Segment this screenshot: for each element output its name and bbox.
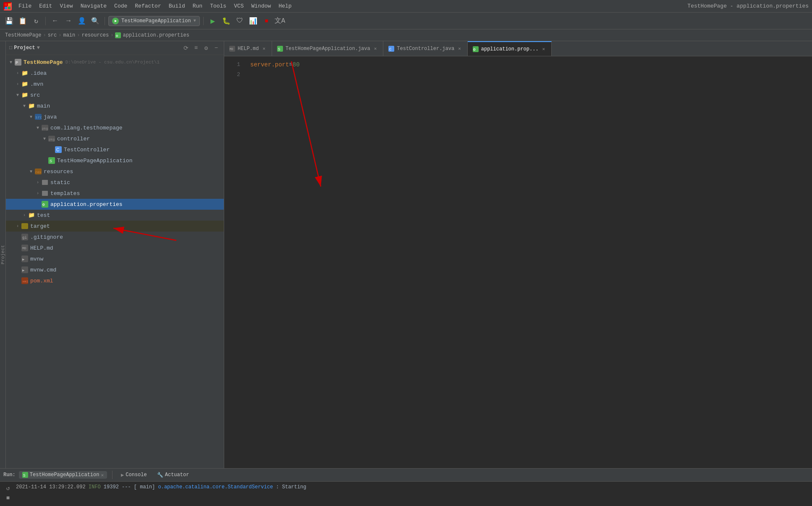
sidebar-settings-button[interactable]: ⚙ <box>202 44 210 52</box>
tree-arrow-resources[interactable]: ▼ <box>28 168 34 175</box>
breadcrumb-main[interactable]: main <box>63 32 75 38</box>
profile-button[interactable]: 📊 <box>247 15 259 27</box>
run-tab-testhomepageapp[interactable]: S TestHomePageApplication ✕ <box>19 471 107 479</box>
tree-item-gitignore[interactable]: › gi .gitignore <box>6 232 224 242</box>
tree-arrow-idea[interactable]: › <box>14 70 21 76</box>
tree-arrow-mvn[interactable]: › <box>14 81 21 87</box>
sync-button[interactable]: ⟳ <box>182 44 190 52</box>
svg-text:S: S <box>278 47 280 52</box>
tab-close-testhomepageapp[interactable]: ✕ <box>373 45 378 52</box>
tab-label-helpmd: HELP.md <box>238 46 259 52</box>
save-button[interactable]: 💾 <box>3 15 15 27</box>
menu-file[interactable]: File <box>15 2 35 10</box>
copy-button[interactable]: 📋 <box>17 15 29 27</box>
tree-arrow-test[interactable]: › <box>21 212 28 219</box>
breadcrumb-resources[interactable]: resources <box>81 32 109 38</box>
tree-item-pomxml[interactable]: › xml pom.xml <box>6 275 224 286</box>
console-stop-btn[interactable]: ■ <box>3 493 13 503</box>
folder-icon-templates <box>41 190 49 197</box>
tree-arrow-static[interactable]: › <box>34 179 41 186</box>
debug-button[interactable]: 🐛 <box>220 15 232 27</box>
coverage-button[interactable]: 🛡 <box>234 15 246 27</box>
tree-item-application-properties[interactable]: › ⚙ application.properties <box>6 199 224 210</box>
sidebar-minimize-button[interactable]: − <box>212 44 220 52</box>
forward-button[interactable]: → <box>63 15 74 27</box>
run-subtab-actuator[interactable]: 🔧 Actuator <box>154 471 193 479</box>
console-pid: 19392 --- [ <box>104 484 137 490</box>
tree-item-testhomepage[interactable]: ▼ P TestHomePage D:\OneDrive - csu.edu.c… <box>6 57 224 68</box>
tree-item-static[interactable]: › static <box>6 177 224 188</box>
tab-close-appprops[interactable]: ✕ <box>541 46 547 52</box>
breadcrumb-file[interactable]: application.properties <box>123 32 189 38</box>
tree-item-mvnw[interactable]: › ▶ mvnw <box>6 253 224 264</box>
tree-item-test[interactable]: › 📁 test <box>6 210 224 221</box>
tab-label-testhomepageapp: TestHomePageApplication.java <box>286 46 370 52</box>
tree-arrow-testhomepage[interactable]: ▼ <box>8 59 14 66</box>
tree-item-resources[interactable]: ▼ res resources <box>6 166 224 177</box>
tree-item-java[interactable]: ▼ src java <box>6 111 224 122</box>
tree-item-mvnwcmd[interactable]: › ▶ mvnw.cmd <box>6 264 224 275</box>
menu-view[interactable]: View <box>56 2 76 10</box>
tree-item-templates[interactable]: › templates <box>6 188 224 199</box>
tree-arrow-controller[interactable]: ▼ <box>41 135 48 142</box>
tab-testcontroller[interactable]: C TestController.java ✕ <box>383 41 467 56</box>
sidebar-dropdown-icon[interactable]: ▼ <box>37 45 40 51</box>
code-editor[interactable]: 1 2 server.port=80 <box>224 56 812 468</box>
svg-text:C: C <box>56 148 59 152</box>
menu-help[interactable]: Help <box>275 2 295 10</box>
tree-item-mvn[interactable]: › 📁 .mvn <box>6 79 224 90</box>
menu-edit[interactable]: Edit <box>36 2 55 10</box>
stop-button[interactable]: ■ <box>261 15 272 27</box>
run-subtab-console[interactable]: ▶ Console <box>118 471 150 479</box>
tab-testhomepageapp[interactable]: S TestHomePageApplication.java ✕ <box>272 41 383 56</box>
gitignore-icon: gi <box>21 233 29 241</box>
tree-label-src: src <box>30 92 40 98</box>
tree-arrow-src[interactable]: ▼ <box>14 92 21 98</box>
tree-arrow-java[interactable]: ▼ <box>28 113 34 120</box>
menu-navigate[interactable]: Navigate <box>77 2 110 10</box>
svg-text:⚙: ⚙ <box>115 34 118 38</box>
svg-rect-1 <box>8 3 10 6</box>
menu-run[interactable]: Run <box>189 2 206 10</box>
tab-close-testcontroller[interactable]: ✕ <box>457 45 462 52</box>
menu-vcs[interactable]: VCS <box>231 2 247 10</box>
search-button[interactable]: 🔍 <box>89 15 101 27</box>
tree-arrow-templates[interactable]: › <box>34 190 41 197</box>
code-equals-1: = <box>289 60 292 70</box>
run-button[interactable]: ▶ <box>207 15 219 27</box>
tree-item-main[interactable]: ▼ 📁 main <box>6 100 224 111</box>
tree-item-testcontroller[interactable]: › C TestController <box>6 144 224 155</box>
editor-area: MD HELP.md ✕ S TestHomePageApplication.j… <box>224 41 812 468</box>
tree-item-controller[interactable]: ▼ pkg controller <box>6 133 224 144</box>
menu-build[interactable]: Build <box>165 2 189 10</box>
collapse-all-button[interactable]: ≡ <box>192 44 200 52</box>
tab-helpmd[interactable]: MD HELP.md ✕ <box>224 41 272 56</box>
tree-item-idea[interactable]: › 📁 .idea <box>6 68 224 79</box>
sidebar-title: Project <box>14 45 35 51</box>
tree-item-testhomepageapplication[interactable]: › S TestHomePageApplication <box>6 155 224 166</box>
breadcrumb-src[interactable]: src <box>48 32 57 38</box>
menu-window[interactable]: Window <box>248 2 275 10</box>
tab-appprops[interactable]: ⚙ application.prop... ✕ <box>468 41 552 56</box>
translate-button[interactable]: 文A <box>274 15 286 27</box>
tree-arrow-main[interactable]: ▼ <box>21 103 28 109</box>
user-button[interactable]: 👤 <box>76 15 88 27</box>
refresh-button[interactable]: ↻ <box>30 15 42 27</box>
run-config-selector[interactable]: TestHomePageApplication ▼ <box>108 16 200 26</box>
console-restart-btn[interactable]: ↺ <box>3 483 13 493</box>
menu-refactor[interactable]: Refactor <box>131 2 164 10</box>
menu-code[interactable]: Code <box>111 2 131 10</box>
breadcrumb-project[interactable]: TestHomePage <box>5 32 41 38</box>
tree-item-src[interactable]: ▼ 📁 src <box>6 90 224 100</box>
run-config-dropdown-icon: ▼ <box>194 18 196 23</box>
menu-tools[interactable]: Tools <box>207 2 230 10</box>
tree-arrow-target[interactable]: › <box>14 223 21 229</box>
tree-arrow-package[interactable]: ▼ <box>34 124 41 131</box>
tab-close-helpmd[interactable]: ✕ <box>261 45 267 52</box>
run-tab-close[interactable]: ✕ <box>101 472 104 478</box>
tree-item-helpmd[interactable]: › MD HELP.md <box>6 242 224 253</box>
tree-item-package[interactable]: ▼ pkg com.liang.testhomepage <box>6 122 224 133</box>
tree-item-target[interactable]: › target <box>6 221 224 232</box>
code-content[interactable]: server.port=80 <box>245 60 812 465</box>
back-button[interactable]: ← <box>49 15 61 27</box>
